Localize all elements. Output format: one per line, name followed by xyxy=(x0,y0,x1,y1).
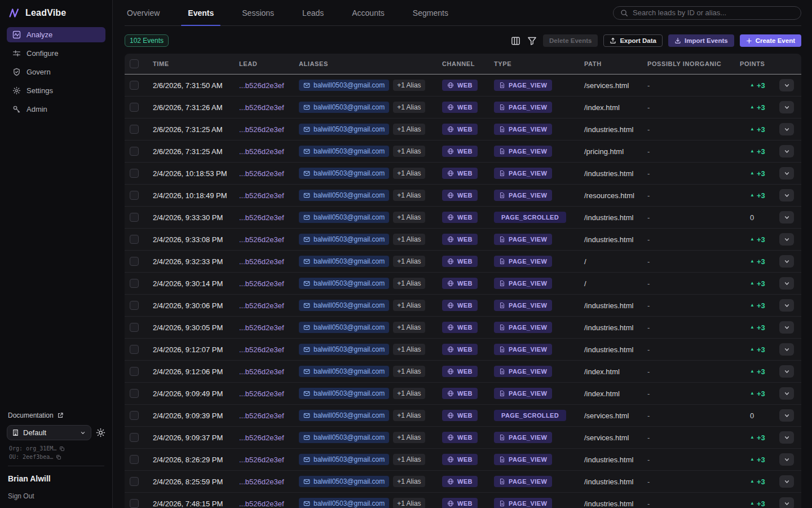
copy-icon[interactable] xyxy=(59,446,65,452)
lead-id-link[interactable]: ...b526d2e3ef xyxy=(239,213,299,222)
email-alias-chip[interactable]: balwill0503@gmail.com xyxy=(299,432,389,443)
tab-accounts[interactable]: Accounts xyxy=(350,0,387,25)
expand-row-button[interactable] xyxy=(779,475,794,488)
expand-row-button[interactable] xyxy=(779,343,794,356)
row-checkbox[interactable] xyxy=(130,499,139,508)
more-aliases-chip[interactable]: +1 Alias xyxy=(393,278,425,289)
row-checkbox[interactable] xyxy=(130,279,139,288)
lead-id-link[interactable]: ...b526d2e3ef xyxy=(239,279,299,288)
more-aliases-chip[interactable]: +1 Alias xyxy=(393,432,425,443)
more-aliases-chip[interactable]: +1 Alias xyxy=(393,322,425,333)
lead-id-link[interactable]: ...b526d2e3ef xyxy=(239,125,299,134)
expand-row-button[interactable] xyxy=(779,211,794,224)
row-checkbox[interactable] xyxy=(130,103,139,112)
email-alias-chip[interactable]: balwill0503@gmail.com xyxy=(299,344,389,355)
email-alias-chip[interactable]: balwill0503@gmail.com xyxy=(299,168,389,179)
expand-row-button[interactable] xyxy=(779,387,794,400)
email-alias-chip[interactable]: balwill0503@gmail.com xyxy=(299,366,389,377)
tab-sessions[interactable]: Sessions xyxy=(240,0,276,25)
sidebar-item-configure[interactable]: Configure xyxy=(7,46,105,61)
lead-id-link[interactable]: ...b526d2e3ef xyxy=(239,81,299,90)
expand-row-button[interactable] xyxy=(779,123,794,135)
row-checkbox[interactable] xyxy=(130,477,139,486)
more-aliases-chip[interactable]: +1 Alias xyxy=(393,300,425,311)
lead-id-link[interactable]: ...b526d2e3ef xyxy=(239,345,299,354)
lead-id-link[interactable]: ...b526d2e3ef xyxy=(239,147,299,156)
row-checkbox[interactable] xyxy=(130,367,139,376)
more-aliases-chip[interactable]: +1 Alias xyxy=(393,80,425,91)
more-aliases-chip[interactable]: +1 Alias xyxy=(393,124,425,135)
expand-row-button[interactable] xyxy=(779,453,794,466)
expand-row-button[interactable] xyxy=(779,79,794,91)
more-aliases-chip[interactable]: +1 Alias xyxy=(393,410,425,421)
row-checkbox[interactable] xyxy=(130,81,139,90)
more-aliases-chip[interactable]: +1 Alias xyxy=(393,190,425,201)
expand-row-button[interactable] xyxy=(779,277,794,290)
more-aliases-chip[interactable]: +1 Alias xyxy=(393,102,425,113)
row-checkbox[interactable] xyxy=(130,323,139,332)
email-alias-chip[interactable]: balwill0503@gmail.com xyxy=(299,212,389,223)
create-event-button[interactable]: Create Event xyxy=(740,34,801,47)
expand-row-button[interactable] xyxy=(779,233,794,246)
sidebar-item-analyze[interactable]: Analyze xyxy=(7,27,105,42)
more-aliases-chip[interactable]: +1 Alias xyxy=(393,146,425,157)
row-checkbox[interactable] xyxy=(130,213,139,222)
lead-id-link[interactable]: ...b526d2e3ef xyxy=(239,301,299,310)
import-events-button[interactable]: Import Events xyxy=(668,34,734,47)
lead-id-link[interactable]: ...b526d2e3ef xyxy=(239,367,299,376)
lead-id-link[interactable]: ...b526d2e3ef xyxy=(239,103,299,112)
delete-events-button[interactable]: Delete Events xyxy=(543,34,598,47)
theme-toggle-sun-icon[interactable] xyxy=(96,428,105,437)
row-checkbox[interactable] xyxy=(130,191,139,200)
sidebar-item-admin[interactable]: Admin xyxy=(7,102,105,117)
expand-row-button[interactable] xyxy=(779,101,794,113)
more-aliases-chip[interactable]: +1 Alias xyxy=(393,366,425,377)
email-alias-chip[interactable]: balwill0503@gmail.com xyxy=(299,278,389,289)
expand-row-button[interactable] xyxy=(779,497,794,508)
filter-icon[interactable] xyxy=(527,36,537,46)
row-checkbox[interactable] xyxy=(130,411,139,420)
copy-icon[interactable] xyxy=(56,454,61,460)
email-alias-chip[interactable]: balwill0503@gmail.com xyxy=(299,234,389,245)
more-aliases-chip[interactable]: +1 Alias xyxy=(393,256,425,267)
email-alias-chip[interactable]: balwill0503@gmail.com xyxy=(299,476,389,487)
row-checkbox[interactable] xyxy=(130,433,139,442)
lead-id-link[interactable]: ...b526d2e3ef xyxy=(239,478,299,486)
workspace-select[interactable]: Default xyxy=(7,425,91,440)
sidebar-item-govern[interactable]: Govern xyxy=(7,64,105,80)
lead-id-link[interactable]: ...b526d2e3ef xyxy=(239,323,299,332)
row-checkbox[interactable] xyxy=(130,169,139,178)
email-alias-chip[interactable]: balwill0503@gmail.com xyxy=(299,410,389,421)
documentation-link[interactable]: Documentation xyxy=(7,411,105,425)
lead-id-link[interactable]: ...b526d2e3ef xyxy=(239,389,299,398)
export-data-button[interactable]: Export Data xyxy=(603,34,663,47)
email-alias-chip[interactable]: balwill0503@gmail.com xyxy=(299,454,389,465)
expand-row-button[interactable] xyxy=(779,167,794,179)
expand-row-button[interactable] xyxy=(779,409,794,422)
expand-row-button[interactable] xyxy=(779,299,794,312)
row-checkbox[interactable] xyxy=(130,301,139,310)
row-checkbox[interactable] xyxy=(130,235,139,244)
more-aliases-chip[interactable]: +1 Alias xyxy=(393,344,425,355)
tab-segments[interactable]: Segments xyxy=(411,0,451,25)
expand-row-button[interactable] xyxy=(779,365,794,378)
more-aliases-chip[interactable]: +1 Alias xyxy=(393,212,425,223)
row-checkbox[interactable] xyxy=(130,147,139,156)
email-alias-chip[interactable]: balwill0503@gmail.com xyxy=(299,300,389,311)
email-alias-chip[interactable]: balwill0503@gmail.com xyxy=(299,102,389,113)
search-input[interactable] xyxy=(633,8,794,17)
lead-id-link[interactable]: ...b526d2e3ef xyxy=(239,500,299,508)
email-alias-chip[interactable]: balwill0503@gmail.com xyxy=(299,190,389,201)
email-alias-chip[interactable]: balwill0503@gmail.com xyxy=(299,256,389,267)
lead-id-link[interactable]: ...b526d2e3ef xyxy=(239,433,299,442)
email-alias-chip[interactable]: balwill0503@gmail.com xyxy=(299,80,389,91)
columns-icon[interactable] xyxy=(510,36,521,46)
email-alias-chip[interactable]: balwill0503@gmail.com xyxy=(299,388,389,399)
more-aliases-chip[interactable]: +1 Alias xyxy=(393,498,425,508)
row-checkbox[interactable] xyxy=(130,455,139,464)
more-aliases-chip[interactable]: +1 Alias xyxy=(393,234,425,245)
sign-out-link[interactable]: Sign Out xyxy=(7,492,105,500)
expand-row-button[interactable] xyxy=(779,255,794,268)
email-alias-chip[interactable]: balwill0503@gmail.com xyxy=(299,124,389,135)
more-aliases-chip[interactable]: +1 Alias xyxy=(393,454,425,465)
